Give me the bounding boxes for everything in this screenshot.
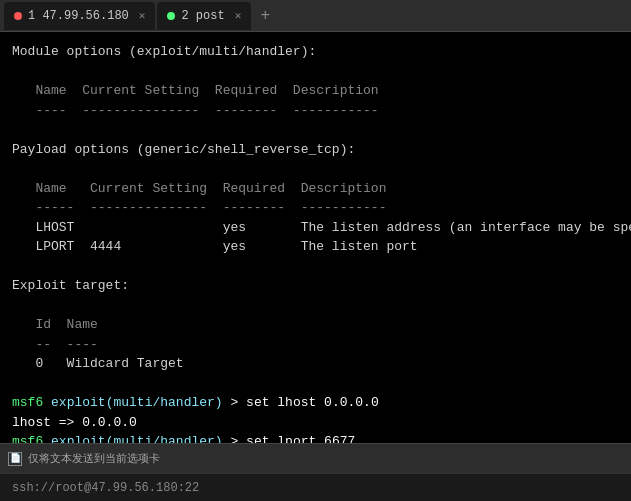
terminal-line: Exploit target: <box>12 276 619 296</box>
terminal-output[interactable]: Module options (exploit/multi/handler): … <box>0 32 631 443</box>
terminal-line: Module options (exploit/multi/handler): <box>12 42 619 62</box>
terminal-line <box>12 120 619 140</box>
tab-2[interactable]: 2 post ✕ <box>157 2 251 30</box>
tab-1[interactable]: 1 47.99.56.180 ✕ <box>4 2 155 30</box>
terminal-line <box>12 296 619 316</box>
terminal-line: -- ---- <box>12 335 619 355</box>
terminal-line <box>12 62 619 82</box>
terminal-line: Name Current Setting Required Descriptio… <box>12 179 619 199</box>
terminal-line: Id Name <box>12 315 619 335</box>
terminal-line: LPORT 4444 yes The listen port <box>12 237 619 257</box>
terminal-line: ---- --------------- -------- ----------… <box>12 101 619 121</box>
new-tab-button[interactable]: + <box>253 4 277 28</box>
terminal-line: Name Current Setting Required Descriptio… <box>12 81 619 101</box>
tab-2-dot <box>167 12 175 20</box>
terminal-line: ----- --------------- -------- ---------… <box>12 198 619 218</box>
terminal-line <box>12 159 619 179</box>
terminal-line: msf6 exploit(multi/handler) > set lhost … <box>12 393 619 413</box>
terminal-line: msf6 exploit(multi/handler) > set lport … <box>12 432 619 443</box>
ssh-bar: ssh://root@47.99.56.180:22 <box>0 473 631 501</box>
terminal-line: 0 Wildcard Target <box>12 354 619 374</box>
tab-1-label: 1 47.99.56.180 <box>28 9 129 23</box>
terminal-line: LHOST yes The listen address (an interfa… <box>12 218 619 238</box>
terminal-line: lhost => 0.0.0.0 <box>12 413 619 433</box>
bottom-bar-text: 仅将文本发送到当前选项卡 <box>28 451 160 466</box>
tab-1-close[interactable]: ✕ <box>139 9 146 22</box>
terminal-line <box>12 257 619 277</box>
tab-bar: 1 47.99.56.180 ✕ 2 post ✕ + <box>0 0 631 32</box>
terminal-line <box>12 374 619 394</box>
doc-icon: 📄 <box>8 452 22 466</box>
bottom-bar: 📄 仅将文本发送到当前选项卡 <box>0 443 631 473</box>
tab-2-close[interactable]: ✕ <box>235 9 242 22</box>
tab-1-dot <box>14 12 22 20</box>
ssh-label: ssh://root@47.99.56.180:22 <box>12 481 199 495</box>
terminal-line: Payload options (generic/shell_reverse_t… <box>12 140 619 160</box>
tab-2-label: 2 post <box>181 9 224 23</box>
